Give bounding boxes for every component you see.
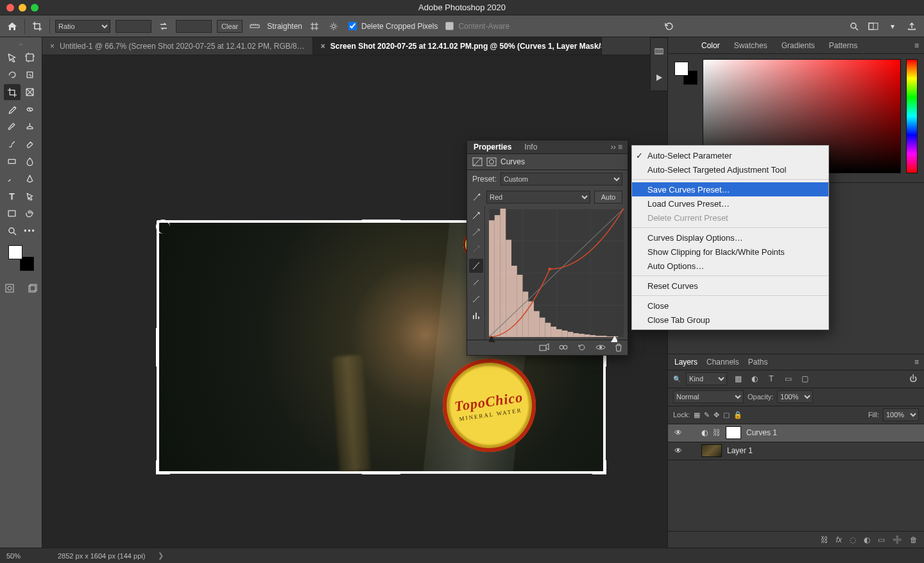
document-tab[interactable]: × Screen Shot 2020-07-25 at 12.41.02 PM.… bbox=[313, 37, 602, 55]
filter-type-icon[interactable]: T bbox=[766, 373, 777, 385]
clear-button[interactable]: Clear bbox=[217, 20, 243, 33]
foreground-color[interactable] bbox=[8, 245, 22, 259]
straighten-icon[interactable] bbox=[248, 19, 262, 33]
layer-mask-thumbnail[interactable] bbox=[726, 426, 741, 439]
zoom-tool-icon[interactable] bbox=[4, 223, 21, 239]
white-point-slider[interactable] bbox=[611, 336, 617, 342]
dodge-tool-icon[interactable] bbox=[4, 171, 21, 187]
layer-row[interactable]: 👁◐⛓Curves 1 bbox=[668, 424, 924, 442]
quick-mask-icon[interactable] bbox=[1, 280, 18, 296]
delete-layer-icon[interactable]: 🗑 bbox=[910, 535, 918, 544]
reset-crop-icon[interactable] bbox=[662, 19, 676, 33]
properties-panel-header[interactable]: Properties Info ›› ≡ bbox=[467, 141, 628, 154]
delete-cropped-input[interactable] bbox=[348, 22, 357, 30]
filter-shape-icon[interactable]: ▭ bbox=[782, 373, 794, 385]
layer-name[interactable]: Layer 1 bbox=[727, 446, 753, 455]
close-icon[interactable]: × bbox=[321, 42, 325, 51]
sample-black-icon[interactable] bbox=[469, 242, 483, 256]
menu-item[interactable]: Close bbox=[632, 299, 828, 313]
crop-handle[interactable] bbox=[156, 328, 159, 367]
menu-item[interactable]: ✓Auto-Select Parameter bbox=[632, 148, 828, 162]
reset-adjustment-icon[interactable] bbox=[578, 343, 586, 351]
filter-search-icon[interactable]: 🔍 bbox=[673, 376, 681, 383]
crop-width-input[interactable] bbox=[116, 20, 151, 33]
delete-cropped-checkbox[interactable]: Delete Cropped Pixels bbox=[346, 20, 438, 32]
crop-height-input[interactable] bbox=[176, 20, 212, 33]
crop-handle[interactable] bbox=[156, 460, 170, 474]
menu-item[interactable]: Load Curves Preset… bbox=[632, 196, 828, 211]
new-fill-adjust-icon[interactable]: ◐ bbox=[864, 535, 870, 544]
smooth-curve-icon[interactable] bbox=[469, 292, 483, 306]
layer-kind-select[interactable]: Kind bbox=[686, 372, 727, 385]
close-window-button[interactable] bbox=[6, 4, 14, 12]
filter-smart-icon[interactable]: ▢ bbox=[799, 373, 810, 385]
menu-item[interactable]: Auto Options… bbox=[632, 259, 828, 273]
zoom-level[interactable]: 50% bbox=[6, 552, 45, 560]
toolbox-grip[interactable]: ›› bbox=[19, 41, 23, 48]
pen-tool-icon[interactable] bbox=[22, 171, 38, 187]
new-group-icon[interactable]: ▭ bbox=[878, 535, 885, 544]
tab-properties[interactable]: Properties bbox=[467, 143, 518, 152]
type-tool-icon[interactable]: T bbox=[4, 188, 21, 204]
menu-item[interactable]: Close Tab Group bbox=[632, 313, 828, 327]
channel-select[interactable]: Red bbox=[486, 191, 590, 204]
rectangle-tool-icon[interactable] bbox=[4, 205, 21, 221]
lock-artboard-icon[interactable]: ▢ bbox=[723, 411, 730, 419]
home-button[interactable] bbox=[5, 19, 19, 33]
sample-white-icon[interactable] bbox=[469, 209, 483, 223]
swap-dimensions-icon[interactable] bbox=[157, 19, 171, 33]
workspace-menu-icon[interactable]: ▾ bbox=[886, 19, 900, 33]
minimize-window-button[interactable] bbox=[19, 4, 26, 12]
panel-menu-icon[interactable]: ≡ bbox=[914, 358, 919, 367]
search-icon[interactable] bbox=[847, 19, 861, 33]
quick-select-tool-icon[interactable] bbox=[22, 67, 38, 83]
more-tools-icon[interactable]: ••• bbox=[22, 223, 38, 239]
view-previous-state-icon[interactable] bbox=[558, 343, 569, 351]
lock-all-icon[interactable]: 🔒 bbox=[733, 411, 742, 419]
fill-select[interactable]: 100% bbox=[883, 408, 919, 421]
toggle-visibility-icon[interactable] bbox=[595, 343, 606, 351]
new-layer-icon[interactable]: ➕ bbox=[893, 535, 902, 544]
panel-menu-icon[interactable]: ›› ≡ bbox=[606, 143, 628, 152]
menu-item[interactable]: Show Clipping for Black/White Points bbox=[632, 245, 828, 259]
document-info[interactable]: 2852 px x 1604 px (144 ppi) bbox=[58, 552, 145, 560]
eraser-tool-icon[interactable] bbox=[22, 136, 38, 152]
tab-patterns[interactable]: Patterns bbox=[826, 38, 860, 53]
path-select-tool-icon[interactable] bbox=[22, 188, 38, 204]
auto-button[interactable]: Auto bbox=[594, 191, 622, 204]
dock-play-icon[interactable] bbox=[655, 74, 663, 82]
visibility-eye-icon[interactable]: 👁 bbox=[673, 446, 683, 455]
content-aware-checkbox[interactable]: Content-Aware bbox=[443, 20, 509, 32]
move-tool-icon[interactable] bbox=[4, 49, 21, 65]
crop-ratio-select[interactable]: Ratio bbox=[55, 20, 110, 33]
share-icon[interactable] bbox=[905, 19, 919, 33]
tab-channels[interactable]: Channels bbox=[706, 358, 739, 367]
foreground-background-colors[interactable] bbox=[8, 245, 34, 271]
document-tab[interactable]: × Untitled-1 @ 66.7% (Screen Shot 2020-0… bbox=[42, 37, 313, 55]
crop-overlay-icon[interactable] bbox=[307, 19, 321, 33]
menu-item[interactable]: Reset Curves bbox=[632, 279, 828, 293]
status-menu-caret[interactable]: ❯ bbox=[158, 551, 164, 560]
filter-pixel-icon[interactable]: ▦ bbox=[732, 373, 744, 385]
clip-to-layer-icon[interactable] bbox=[539, 343, 549, 351]
tab-swatches[interactable]: Swatches bbox=[732, 38, 770, 53]
artboard-tool-icon[interactable] bbox=[22, 49, 38, 65]
tab-layers[interactable]: Layers bbox=[674, 358, 697, 367]
link-mask-icon[interactable]: ⛓ bbox=[713, 428, 721, 437]
panel-fgbg-colors[interactable] bbox=[674, 62, 697, 85]
stamp-tool-icon[interactable] bbox=[22, 119, 38, 135]
patch-tool-icon[interactable] bbox=[22, 101, 38, 117]
crop-handle[interactable] bbox=[362, 220, 400, 223]
draw-curve-icon[interactable] bbox=[469, 275, 483, 290]
tab-info[interactable]: Info bbox=[518, 143, 543, 152]
tab-color[interactable]: Color bbox=[699, 38, 723, 53]
menu-item[interactable]: Curves Display Options… bbox=[632, 230, 828, 245]
sample-gray-icon[interactable] bbox=[469, 225, 483, 239]
link-layers-icon[interactable]: ⛓ bbox=[821, 535, 828, 544]
blur-tool-icon[interactable] bbox=[22, 153, 38, 169]
eyedropper-tool-icon[interactable] bbox=[4, 101, 21, 117]
crop-handle[interactable] bbox=[592, 460, 606, 474]
layer-name[interactable]: Curves 1 bbox=[746, 428, 777, 437]
delete-adjustment-icon[interactable] bbox=[615, 343, 622, 352]
filter-toggle-icon[interactable]: ⏻ bbox=[907, 373, 919, 385]
